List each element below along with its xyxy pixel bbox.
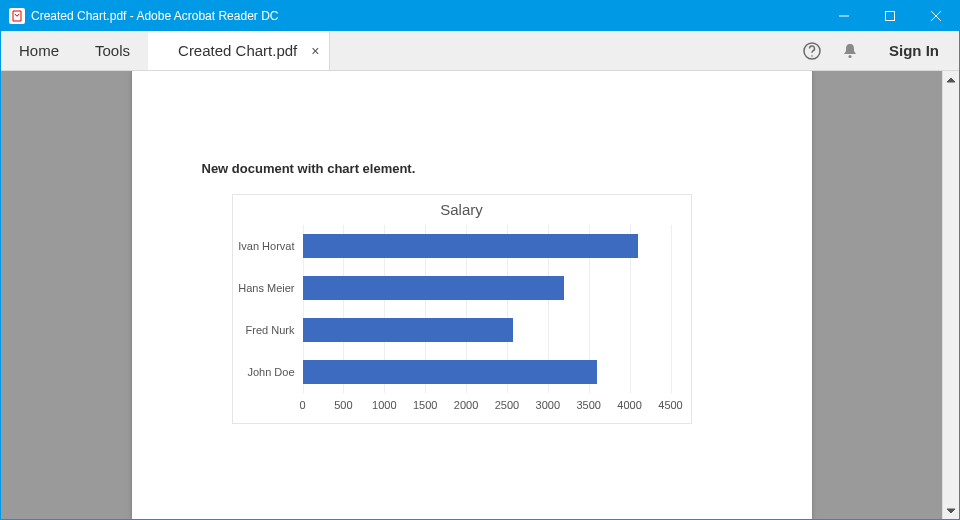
toolbar: Home Tools Created Chart.pdf × Sign In bbox=[1, 31, 959, 71]
chart-container: Salary 050010001500200025003000350040004… bbox=[232, 194, 692, 424]
document-tab[interactable]: Created Chart.pdf × bbox=[148, 31, 330, 70]
bar-row: John Doe bbox=[303, 360, 671, 383]
scroll-track[interactable] bbox=[943, 88, 959, 502]
vertical-scrollbar[interactable] bbox=[942, 71, 959, 519]
toolbar-spacer bbox=[330, 31, 793, 70]
chart-title: Salary bbox=[233, 195, 691, 218]
bar-row: Ivan Horvat bbox=[303, 234, 671, 257]
x-tick-label: 0 bbox=[299, 399, 305, 411]
pdf-page: New document with chart element. Salary … bbox=[132, 71, 812, 519]
x-tick-label: 2000 bbox=[454, 399, 478, 411]
x-tick-label: 3000 bbox=[536, 399, 560, 411]
x-tick-label: 1500 bbox=[413, 399, 437, 411]
document-tab-label: Created Chart.pdf bbox=[178, 42, 297, 59]
x-tick-label: 4500 bbox=[658, 399, 682, 411]
category-label: Hans Meier bbox=[238, 282, 294, 294]
svg-rect-1 bbox=[886, 12, 895, 21]
bar bbox=[303, 234, 638, 257]
bar bbox=[303, 318, 514, 341]
content-area: New document with chart element. Salary … bbox=[1, 71, 959, 519]
bar-row: Hans Meier bbox=[303, 276, 671, 299]
tools-tab[interactable]: Tools bbox=[77, 31, 148, 70]
x-tick-label: 500 bbox=[334, 399, 352, 411]
x-tick-label: 3500 bbox=[576, 399, 600, 411]
category-label: Fred Nurk bbox=[246, 324, 295, 336]
bar-row: Fred Nurk bbox=[303, 318, 671, 341]
svg-point-5 bbox=[811, 55, 813, 57]
page-viewport[interactable]: New document with chart element. Salary … bbox=[1, 71, 942, 519]
gridline bbox=[671, 225, 672, 393]
x-tick-label: 2500 bbox=[495, 399, 519, 411]
signin-button[interactable]: Sign In bbox=[869, 31, 959, 70]
maximize-button[interactable] bbox=[867, 1, 913, 31]
app-window: Created Chart.pdf - Adobe Acrobat Reader… bbox=[0, 0, 960, 520]
category-label: Ivan Horvat bbox=[238, 240, 294, 252]
close-tab-icon[interactable]: × bbox=[311, 43, 319, 59]
x-tick-label: 4000 bbox=[617, 399, 641, 411]
document-caption: New document with chart element. bbox=[202, 161, 772, 176]
scroll-down-icon[interactable] bbox=[943, 502, 959, 519]
bar bbox=[303, 276, 565, 299]
help-icon[interactable] bbox=[793, 31, 831, 70]
bar bbox=[303, 360, 597, 383]
acrobat-icon bbox=[9, 8, 25, 24]
chart-plot-area: 050010001500200025003000350040004500Ivan… bbox=[303, 225, 671, 393]
titlebar: Created Chart.pdf - Adobe Acrobat Reader… bbox=[1, 1, 959, 31]
bell-icon[interactable] bbox=[831, 31, 869, 70]
home-tab[interactable]: Home bbox=[1, 31, 77, 70]
category-label: John Doe bbox=[247, 366, 294, 378]
svg-point-6 bbox=[848, 54, 851, 57]
scroll-up-icon[interactable] bbox=[943, 71, 959, 88]
close-button[interactable] bbox=[913, 1, 959, 31]
minimize-button[interactable] bbox=[821, 1, 867, 31]
x-tick-label: 1000 bbox=[372, 399, 396, 411]
window-title: Created Chart.pdf - Adobe Acrobat Reader… bbox=[31, 9, 278, 23]
